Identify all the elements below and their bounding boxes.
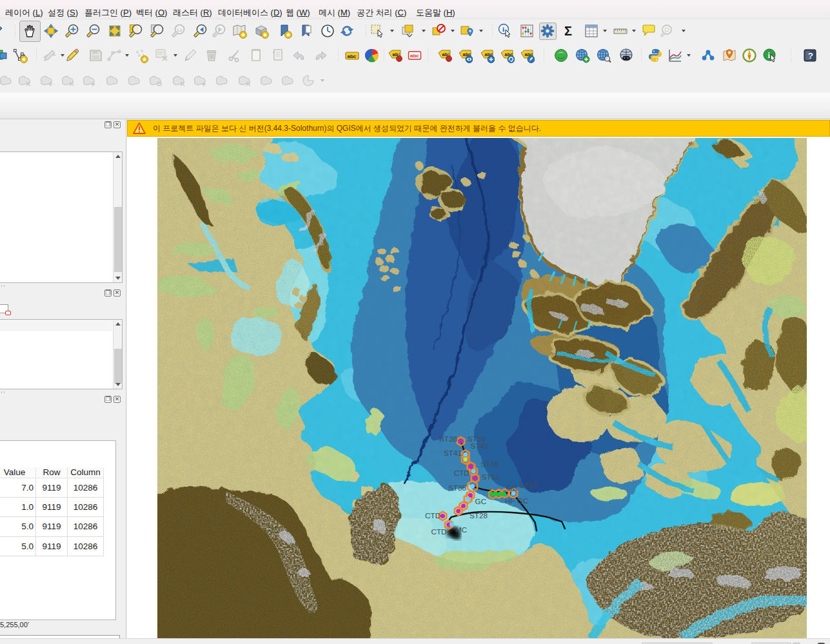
svg-text:i: i [502,25,504,33]
svg-text:ST48: ST48 [480,460,499,468]
svg-text:ST41: ST41 [444,449,462,457]
svg-text:GC: GC [475,497,487,505]
svg-text:ST38: ST38 [439,434,458,443]
svg-text:MC: MC [455,525,468,534]
svg-text:CTD: CTD [454,469,469,477]
svg-text:ST51: ST51 [482,473,500,481]
svg-text:GC: GC [517,496,529,505]
svg-text:CTD: CTD [431,527,446,536]
svg-text:abc: abc [348,54,357,59]
svg-text:ST28: ST28 [469,511,488,520]
svg-text:ST42: ST42 [470,442,488,450]
svg-text:GC: GC [506,483,518,492]
svg-text:Σ: Σ [564,24,572,38]
svg-text:?: ? [808,51,813,61]
svg-text:1:1: 1:1 [177,28,183,32]
svg-text:ST62: ST62 [519,481,537,489]
svg-text:ST35: ST35 [448,483,467,492]
svg-text:abc: abc [410,53,419,59]
svg-text:HF: HF [505,496,515,505]
svg-text:CTD: CTD [425,511,440,520]
svg-text:i: i [768,50,771,60]
